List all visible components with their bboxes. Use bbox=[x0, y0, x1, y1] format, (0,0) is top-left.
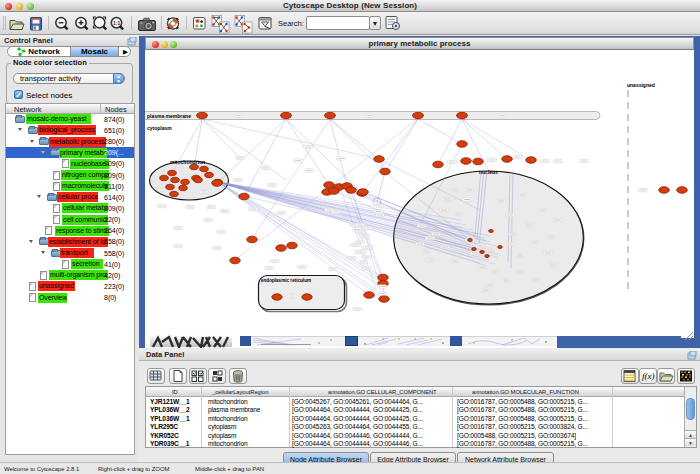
svg-text:nucleus: nucleus bbox=[479, 169, 498, 175]
svg-text:plasma membrane: plasma membrane bbox=[147, 113, 191, 119]
svg-text:unassigned: unassigned bbox=[627, 82, 655, 88]
svg-text:cytoplasm: cytoplasm bbox=[147, 125, 172, 131]
svg-text:f(x): f(x) bbox=[642, 371, 655, 381]
svg-text:endoplasmic reticulum: endoplasmic reticulum bbox=[261, 278, 311, 283]
svg-text:1:1: 1:1 bbox=[113, 20, 120, 26]
svg-text:mitochondrion: mitochondrion bbox=[170, 159, 205, 165]
